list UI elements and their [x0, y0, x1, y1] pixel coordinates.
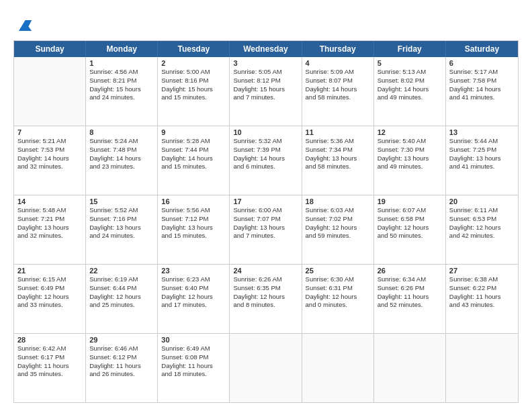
- cal-cell-6: 6Sunrise: 5:17 AM Sunset: 7:58 PM Daylig…: [446, 57, 518, 126]
- cal-cell-30: 30Sunrise: 6:49 AM Sunset: 6:08 PM Dayli…: [158, 334, 230, 402]
- day-info: Sunrise: 5:32 AM Sunset: 7:39 PM Dayligh…: [233, 137, 298, 171]
- cal-cell-23: 23Sunrise: 6:23 AM Sunset: 6:40 PM Dayli…: [158, 265, 230, 333]
- day-info: Sunrise: 6:03 AM Sunset: 7:02 PM Dayligh…: [306, 206, 370, 240]
- day-info: Sunrise: 6:46 AM Sunset: 6:12 PM Dayligh…: [89, 345, 154, 379]
- header-cell-sunday: Sunday: [14, 41, 86, 57]
- cal-cell-22: 22Sunrise: 6:19 AM Sunset: 6:44 PM Dayli…: [86, 265, 158, 333]
- cal-cell-4: 4Sunrise: 5:09 AM Sunset: 8:07 PM Daylig…: [302, 57, 374, 126]
- day-number: 14: [17, 197, 82, 205]
- day-number: 22: [89, 267, 154, 275]
- day-info: Sunrise: 6:34 AM Sunset: 6:26 PM Dayligh…: [378, 275, 442, 310]
- day-number: 30: [161, 336, 226, 344]
- day-number: 20: [449, 197, 515, 205]
- day-number: 15: [89, 197, 154, 205]
- cal-cell-9: 9Sunrise: 5:28 AM Sunset: 7:44 PM Daylig…: [158, 126, 230, 195]
- day-info: Sunrise: 6:11 AM Sunset: 6:53 PM Dayligh…: [449, 206, 515, 240]
- day-info: Sunrise: 5:00 AM Sunset: 8:16 PM Dayligh…: [161, 68, 226, 102]
- cal-cell-26: 26Sunrise: 6:34 AM Sunset: 6:26 PM Dayli…: [374, 265, 446, 333]
- day-number: 26: [378, 267, 442, 275]
- cal-cell-18: 18Sunrise: 6:03 AM Sunset: 7:02 PM Dayli…: [302, 195, 374, 264]
- calendar-body: 1Sunrise: 4:56 AM Sunset: 8:21 PM Daylig…: [14, 57, 518, 402]
- day-number: 16: [161, 197, 226, 205]
- cal-cell-21: 21Sunrise: 6:15 AM Sunset: 6:49 PM Dayli…: [14, 265, 86, 333]
- cal-cell-27: 27Sunrise: 6:38 AM Sunset: 6:22 PM Dayli…: [446, 265, 518, 333]
- cal-cell-19: 19Sunrise: 6:07 AM Sunset: 6:58 PM Dayli…: [374, 195, 446, 264]
- day-number: 18: [306, 197, 370, 205]
- day-number: 9: [161, 128, 226, 136]
- cal-cell-15: 15Sunrise: 5:52 AM Sunset: 7:16 PM Dayli…: [86, 195, 158, 264]
- day-number: 19: [378, 197, 442, 205]
- day-number: 12: [378, 128, 442, 136]
- day-info: Sunrise: 5:40 AM Sunset: 7:30 PM Dayligh…: [378, 137, 442, 171]
- day-number: 8: [89, 128, 154, 136]
- calendar-header: SundayMondayTuesdayWednesdayThursdayFrid…: [14, 41, 518, 57]
- day-number: 25: [306, 267, 370, 275]
- cal-cell-1: 1Sunrise: 4:56 AM Sunset: 8:21 PM Daylig…: [86, 57, 158, 126]
- day-info: Sunrise: 5:28 AM Sunset: 7:44 PM Dayligh…: [161, 137, 226, 171]
- header-cell-monday: Monday: [86, 41, 158, 57]
- cal-cell-empty: [374, 334, 446, 402]
- day-info: Sunrise: 6:38 AM Sunset: 6:22 PM Dayligh…: [449, 275, 515, 310]
- calendar: SundayMondayTuesdayWednesdayThursdayFrid…: [13, 40, 519, 403]
- day-number: 13: [449, 128, 515, 136]
- cal-cell-16: 16Sunrise: 5:56 AM Sunset: 7:12 PM Dayli…: [158, 195, 230, 264]
- header-cell-tuesday: Tuesday: [158, 41, 230, 57]
- day-info: Sunrise: 5:36 AM Sunset: 7:34 PM Dayligh…: [306, 137, 370, 171]
- cal-cell-empty: [14, 57, 86, 126]
- cal-cell-25: 25Sunrise: 6:30 AM Sunset: 6:31 PM Dayli…: [302, 265, 374, 333]
- day-info: Sunrise: 5:48 AM Sunset: 7:21 PM Dayligh…: [17, 206, 82, 240]
- cal-row-5: 28Sunrise: 6:42 AM Sunset: 6:17 PM Dayli…: [14, 333, 518, 402]
- cal-cell-29: 29Sunrise: 6:46 AM Sunset: 6:12 PM Dayli…: [86, 334, 158, 402]
- day-info: Sunrise: 5:17 AM Sunset: 7:58 PM Dayligh…: [449, 68, 515, 102]
- day-number: 23: [161, 267, 226, 275]
- header-cell-saturday: Saturday: [446, 41, 518, 57]
- day-number: 10: [233, 128, 298, 136]
- day-info: Sunrise: 5:24 AM Sunset: 7:48 PM Dayligh…: [89, 137, 154, 171]
- day-info: Sunrise: 5:56 AM Sunset: 7:12 PM Dayligh…: [161, 206, 226, 240]
- header: [13, 12, 519, 36]
- cal-row-3: 14Sunrise: 5:48 AM Sunset: 7:21 PM Dayli…: [14, 195, 518, 264]
- logo-icon: [13, 15, 35, 36]
- day-number: 21: [17, 267, 82, 275]
- cal-cell-empty: [302, 334, 374, 402]
- day-info: Sunrise: 6:30 AM Sunset: 6:31 PM Dayligh…: [306, 275, 370, 310]
- cal-row-1: 1Sunrise: 4:56 AM Sunset: 8:21 PM Daylig…: [14, 57, 518, 126]
- day-number: 24: [233, 267, 298, 275]
- day-number: 29: [89, 336, 154, 344]
- cal-cell-empty: [230, 334, 302, 402]
- cal-cell-11: 11Sunrise: 5:36 AM Sunset: 7:34 PM Dayli…: [302, 126, 374, 195]
- cal-cell-14: 14Sunrise: 5:48 AM Sunset: 7:21 PM Dayli…: [14, 195, 86, 264]
- day-number: 27: [449, 267, 515, 275]
- day-info: Sunrise: 5:09 AM Sunset: 8:07 PM Dayligh…: [306, 68, 370, 102]
- day-info: Sunrise: 5:21 AM Sunset: 7:53 PM Dayligh…: [17, 137, 82, 171]
- day-info: Sunrise: 6:26 AM Sunset: 6:35 PM Dayligh…: [233, 275, 298, 310]
- day-number: 2: [161, 59, 226, 67]
- day-number: 1: [89, 59, 154, 67]
- header-cell-thursday: Thursday: [302, 41, 374, 57]
- logo: [13, 15, 38, 36]
- cal-cell-13: 13Sunrise: 5:44 AM Sunset: 7:25 PM Dayli…: [446, 126, 518, 195]
- header-cell-wednesday: Wednesday: [230, 41, 302, 57]
- cal-cell-10: 10Sunrise: 5:32 AM Sunset: 7:39 PM Dayli…: [230, 126, 302, 195]
- day-info: Sunrise: 6:23 AM Sunset: 6:40 PM Dayligh…: [161, 275, 226, 310]
- cal-cell-28: 28Sunrise: 6:42 AM Sunset: 6:17 PM Dayli…: [14, 334, 86, 402]
- day-info: Sunrise: 6:19 AM Sunset: 6:44 PM Dayligh…: [89, 275, 154, 310]
- day-info: Sunrise: 6:42 AM Sunset: 6:17 PM Dayligh…: [17, 345, 82, 379]
- day-info: Sunrise: 5:13 AM Sunset: 8:02 PM Dayligh…: [378, 68, 442, 102]
- cal-cell-empty: [446, 334, 518, 402]
- cal-cell-2: 2Sunrise: 5:00 AM Sunset: 8:16 PM Daylig…: [158, 57, 230, 126]
- day-info: Sunrise: 6:00 AM Sunset: 7:07 PM Dayligh…: [233, 206, 298, 240]
- cal-cell-12: 12Sunrise: 5:40 AM Sunset: 7:30 PM Dayli…: [374, 126, 446, 195]
- cal-cell-24: 24Sunrise: 6:26 AM Sunset: 6:35 PM Dayli…: [230, 265, 302, 333]
- day-number: 4: [306, 59, 370, 67]
- day-info: Sunrise: 6:49 AM Sunset: 6:08 PM Dayligh…: [161, 345, 226, 379]
- day-number: 11: [306, 128, 370, 136]
- day-number: 6: [449, 59, 515, 67]
- header-cell-friday: Friday: [374, 41, 446, 57]
- day-info: Sunrise: 4:56 AM Sunset: 8:21 PM Dayligh…: [89, 68, 154, 102]
- day-number: 5: [378, 59, 442, 67]
- day-info: Sunrise: 5:52 AM Sunset: 7:16 PM Dayligh…: [89, 206, 154, 240]
- cal-row-2: 7Sunrise: 5:21 AM Sunset: 7:53 PM Daylig…: [14, 126, 518, 195]
- day-number: 17: [233, 197, 298, 205]
- cal-cell-7: 7Sunrise: 5:21 AM Sunset: 7:53 PM Daylig…: [14, 126, 86, 195]
